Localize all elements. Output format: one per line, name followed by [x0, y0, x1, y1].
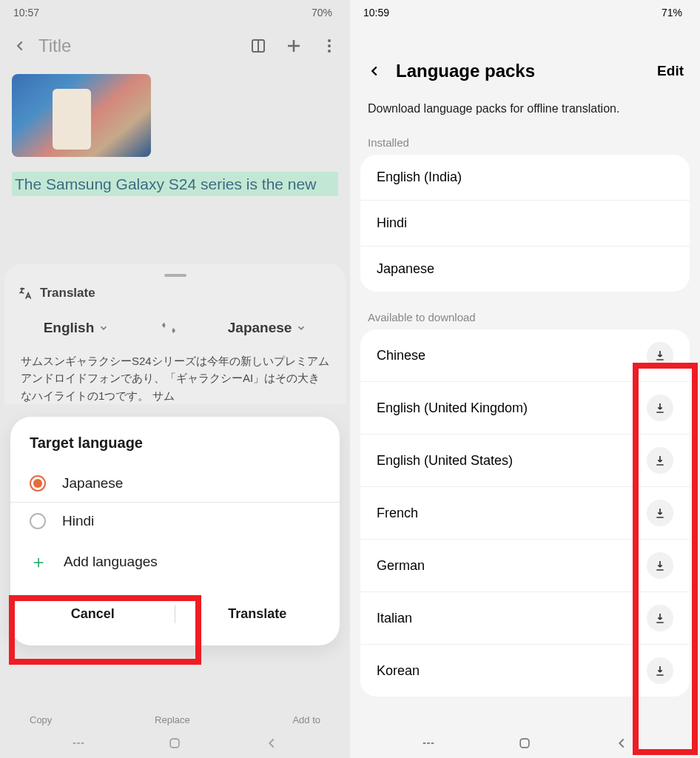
download-icon	[654, 560, 666, 571]
translate-icon	[18, 286, 33, 301]
dialog-title: Target language	[10, 435, 340, 465]
target-language-select[interactable]: Japanese	[228, 320, 307, 336]
chevron-down-icon	[98, 323, 109, 333]
add-languages-button[interactable]: ＋ Add languages	[10, 540, 340, 584]
svg-rect-15	[171, 739, 180, 748]
cropped-toolbar: Copy Replace Add to	[30, 714, 320, 725]
svg-rect-24	[521, 739, 530, 748]
radio-icon	[30, 513, 46, 529]
download-icon	[654, 455, 666, 466]
back-nav-icon[interactable]	[613, 735, 630, 751]
radio-selected-icon	[30, 475, 46, 492]
status-time: 10:59	[363, 7, 389, 19]
download-icon	[654, 665, 666, 677]
available-item[interactable]: Chinese	[360, 329, 690, 381]
download-icon	[654, 402, 666, 414]
status-time: 10:57	[13, 7, 39, 19]
cancel-button[interactable]: Cancel	[10, 594, 175, 634]
drag-handle[interactable]	[164, 274, 186, 277]
target-language-dialog: Target language Japanese Hindi ＋ Add lan…	[10, 417, 340, 645]
home-icon[interactable]	[517, 736, 532, 751]
source-language-select[interactable]: English	[44, 320, 110, 336]
download-button[interactable]	[647, 342, 673, 369]
battery-percent: 70%	[312, 7, 332, 19]
back-nav-icon[interactable]	[263, 735, 280, 751]
recents-icon[interactable]	[420, 735, 437, 751]
plus-icon[interactable]	[285, 37, 303, 55]
app-header: Title	[0, 25, 350, 74]
translated-text: サムスンギャラクシーS24シリーズは今年の新しいプレミアムアンドロイドフォンであ…	[18, 352, 332, 404]
installed-list: English (India) Hindi Japanese	[360, 155, 690, 292]
translate-label-text: Translate	[40, 286, 95, 301]
home-icon[interactable]	[167, 736, 182, 751]
page-subtitle: Download language packs for offline tran…	[350, 89, 700, 130]
phone-left-screenshot: 10:57 70% Title The Samsung Galaxy S24 s…	[0, 0, 350, 758]
download-button[interactable]	[647, 447, 673, 474]
recents-icon[interactable]	[70, 735, 87, 751]
back-icon[interactable]	[366, 63, 383, 79]
translate-button[interactable]: Translate	[175, 594, 340, 634]
article-selected-text[interactable]: The Samsung Galaxy S24 series is the new	[12, 172, 338, 196]
download-icon	[654, 612, 666, 624]
installed-item[interactable]: Japanese	[360, 246, 690, 292]
reader-icon[interactable]	[249, 37, 267, 55]
available-item[interactable]: Korean	[360, 644, 690, 697]
download-icon	[654, 349, 666, 361]
available-item[interactable]: Italian	[360, 591, 690, 644]
section-installed-label: Installed	[350, 130, 700, 155]
page-title: Language packs	[396, 61, 535, 81]
download-icon	[654, 507, 666, 519]
download-button[interactable]	[647, 500, 673, 526]
language-option-japanese[interactable]: Japanese	[10, 465, 340, 502]
download-button[interactable]	[647, 605, 673, 631]
article-thumbnail[interactable]	[12, 74, 151, 157]
section-available-label: Available to download	[350, 305, 700, 329]
download-button[interactable]	[647, 657, 673, 684]
nav-bar	[0, 728, 350, 758]
page-title: Title	[38, 36, 71, 56]
available-item[interactable]: English (United Kingdom)	[360, 381, 690, 434]
nav-bar	[350, 728, 700, 758]
installed-item[interactable]: English (India)	[360, 155, 690, 200]
more-icon[interactable]	[320, 37, 338, 55]
available-item[interactable]: French	[360, 486, 690, 539]
installed-item[interactable]: Hindi	[360, 200, 690, 246]
svg-point-11	[328, 50, 331, 53]
battery-percent: 71%	[662, 7, 682, 19]
available-item[interactable]: English (United States)	[360, 434, 690, 486]
phone-right-screenshot: 10:59 71% Language packs Edit Download l…	[350, 0, 700, 758]
plus-icon: ＋	[30, 550, 47, 574]
svg-point-9	[328, 39, 331, 42]
download-button[interactable]	[647, 395, 673, 421]
app-header: Language packs Edit	[350, 25, 700, 89]
edit-button[interactable]: Edit	[657, 63, 684, 79]
available-item[interactable]: German	[360, 539, 690, 591]
status-bar: 10:59 71%	[350, 0, 700, 25]
swap-icon[interactable]	[161, 320, 177, 336]
language-option-hindi[interactable]: Hindi	[10, 502, 340, 540]
translate-panel: Translate English Japanese サムスンギャラクシーS24…	[4, 264, 346, 404]
status-bar: 10:57 70%	[0, 0, 350, 25]
back-icon[interactable]	[12, 38, 28, 54]
svg-point-10	[328, 44, 331, 47]
download-button[interactable]	[647, 552, 673, 579]
available-list: Chinese English (United Kingdom) English…	[360, 329, 690, 697]
chevron-down-icon	[296, 323, 306, 333]
